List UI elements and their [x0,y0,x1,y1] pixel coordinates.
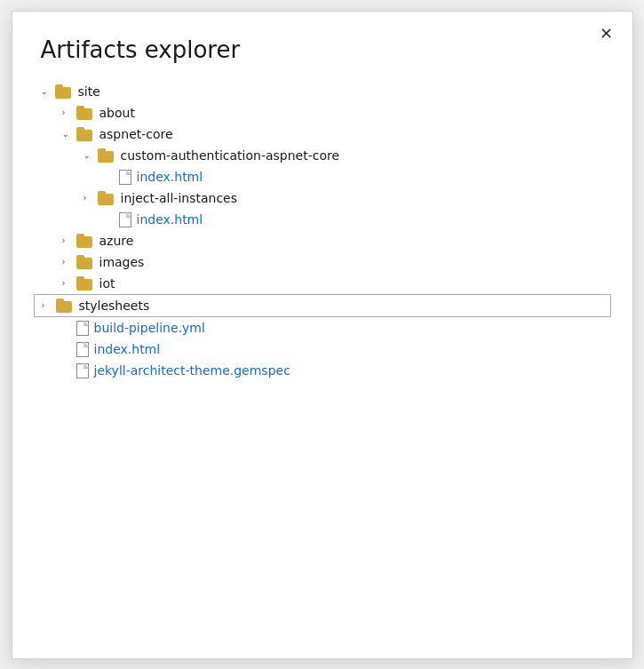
tree-item-label-gemspec: jekyll-architect-theme.gemspec [94,363,290,378]
chevron-icon: ⌄ [41,86,55,96]
tree-item-stylesheets[interactable]: ›stylesheets [34,294,611,317]
tree-item-label-images: images [99,255,145,269]
tree-item-label-index-html: index.html [94,342,161,356]
file-icon [119,212,131,227]
file-icon [76,363,89,378]
tree-item-site[interactable]: ⌄site [41,81,604,102]
tree-item-label-aspnet-core: aspnet-core [99,127,173,141]
file-icon [76,321,89,335]
folder-icon [76,255,94,269]
tree-item-label-custom-auth: custom-authentication-aspnet-core [121,148,340,163]
folder-icon [76,276,94,291]
tree-item-label-about: about [99,106,135,120]
tree-item-label-stylesheets: stylesheets [79,299,150,313]
tree-item-azure[interactable]: ›azure [41,230,604,251]
chevron-icon: › [42,300,56,310]
file-icon [76,342,89,356]
artifacts-explorer-dialog: ✕ Artifacts explorer ⌄site›about⌄aspnet-… [12,11,633,659]
file-icon [119,170,131,184]
tree-item-label-site: site [78,84,100,99]
file-tree: ⌄site›about⌄aspnet-core⌄custom-authentic… [41,81,604,381]
dialog-title: Artifacts explorer [41,36,604,63]
folder-icon [98,148,115,163]
chevron-icon: › [62,108,76,117]
tree-item-label-inject-all: inject-all-instances [121,191,238,205]
tree-item-index-html[interactable]: index.html [41,338,604,360]
tree-item-custom-auth-index[interactable]: index.html [41,166,604,187]
folder-icon [98,191,115,205]
tree-item-custom-auth[interactable]: ⌄custom-authentication-aspnet-core [41,145,604,166]
chevron-icon: › [62,278,76,288]
chevron-icon: › [62,235,76,245]
close-button[interactable]: ✕ [594,22,618,45]
tree-item-aspnet-core[interactable]: ⌄aspnet-core [41,123,604,145]
tree-item-label-inject-all-index: index.html [137,212,203,227]
tree-item-label-iot: iot [99,276,115,291]
chevron-icon: ⌄ [83,150,98,160]
tree-item-label-build-pipeline: build-pipeline.yml [94,321,205,335]
chevron-icon: ⌄ [62,129,76,139]
tree-item-iot[interactable]: ›iot [41,273,604,294]
tree-item-images[interactable]: ›images [41,251,604,273]
folder-icon [56,299,74,313]
folder-icon [55,84,73,99]
tree-item-about[interactable]: ›about [41,102,604,123]
tree-item-label-azure: azure [99,234,134,248]
tree-item-gemspec[interactable]: jekyll-architect-theme.gemspec [41,360,604,381]
chevron-icon: › [83,193,98,203]
folder-icon [76,106,94,120]
tree-item-label-custom-auth-index: index.html [137,170,203,184]
folder-icon [76,234,94,248]
folder-icon [76,127,94,141]
chevron-icon: › [62,257,76,267]
tree-item-build-pipeline[interactable]: build-pipeline.yml [41,317,604,338]
tree-item-inject-all-index[interactable]: index.html [41,209,604,230]
tree-item-inject-all[interactable]: ›inject-all-instances [41,187,604,209]
